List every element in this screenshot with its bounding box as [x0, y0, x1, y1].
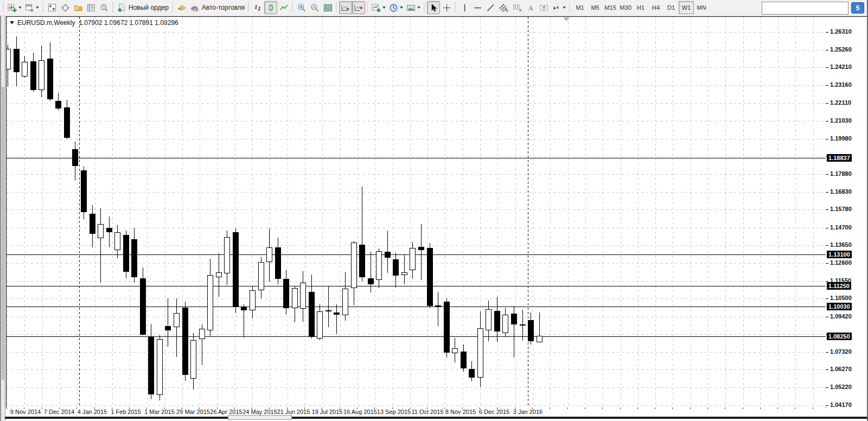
chart-shift-marker-icon	[563, 17, 570, 21]
trendline-button[interactable]	[484, 1, 497, 14]
candle-body	[435, 305, 441, 307]
candle-body	[502, 315, 508, 333]
periods-button[interactable]	[387, 1, 405, 14]
timeframe-h1-button[interactable]: H1	[633, 1, 648, 14]
toolbar-grip[interactable]	[247, 2, 250, 13]
price-axis-tick	[826, 174, 828, 175]
time-axis-label: 21 Jun 2015	[277, 409, 310, 415]
vertical-line-button[interactable]	[458, 1, 471, 14]
grid-line-vertical	[77, 17, 78, 407]
toolbar-grip[interactable]	[112, 2, 114, 13]
toolbar-grip[interactable]	[454, 2, 457, 13]
line-chart-button[interactable]	[277, 1, 290, 14]
data-window-button[interactable]	[59, 1, 72, 14]
chart-symbol-period: EURUSD.m,Weekly	[17, 19, 75, 27]
label-button[interactable]: T	[537, 1, 550, 14]
year-separator-line	[528, 17, 528, 407]
metaeditor-button[interactable]	[175, 1, 188, 14]
notifications-badge[interactable]: 5	[851, 2, 864, 14]
candle-body	[385, 252, 391, 258]
candles-chart-button[interactable]	[264, 1, 277, 14]
timeframe-group: M1M5M15M30H1H4D1W1MN	[572, 1, 709, 14]
grid-line-vertical	[795, 17, 796, 407]
grid-line-vertical	[147, 17, 148, 407]
time-scale[interactable]: 9 Nov 20147 Dec 20144 Jan 20151 Feb 2015…	[6, 407, 826, 417]
profiles-button[interactable]	[23, 1, 41, 14]
price-axis-label: 1.17880	[830, 170, 852, 177]
zoom-out-button[interactable]	[308, 1, 321, 14]
toolbar-grip[interactable]	[423, 2, 426, 13]
tile-windows-button[interactable]	[321, 1, 334, 14]
toolbar-grip[interactable]	[2, 2, 5, 13]
candle-body	[90, 214, 95, 234]
cursor-button[interactable]	[427, 1, 440, 14]
price-level-line	[7, 158, 826, 158]
toolbar-grip[interactable]	[171, 2, 174, 13]
line-chart-icon	[279, 3, 289, 12]
timeframe-m5-button[interactable]: M5	[588, 1, 603, 14]
toolbar-grip[interactable]	[569, 2, 571, 13]
timeframe-mn-button[interactable]: MN	[694, 1, 709, 14]
templates-button[interactable]	[405, 1, 422, 14]
time-axis-label: 11 Oct 2015	[411, 409, 443, 415]
trendline-icon	[486, 3, 495, 12]
candle-body	[250, 290, 256, 310]
bars-chart-button[interactable]	[251, 1, 264, 14]
grid-line-vertical	[235, 17, 235, 407]
candle-wick	[328, 286, 329, 327]
grid-line-vertical	[778, 17, 778, 407]
chart-shift-button[interactable]	[352, 1, 365, 14]
horizontal-line-button[interactable]	[471, 1, 484, 14]
toolbar-grip[interactable]	[291, 2, 294, 13]
crosshair-button[interactable]	[440, 1, 453, 14]
left-scrollbar-thumb[interactable]	[2, 87, 4, 380]
candle-body	[106, 228, 112, 232]
grid-line-vertical	[550, 17, 551, 407]
arrows-button[interactable]	[550, 1, 567, 14]
candle-body	[258, 262, 264, 290]
grid-line-vertical	[305, 17, 305, 407]
zoom-in-button[interactable]	[295, 1, 308, 14]
timeframe-h4-button[interactable]: H4	[648, 1, 663, 14]
channel-button[interactable]: E	[497, 1, 510, 14]
market-watch-button[interactable]	[46, 1, 59, 14]
timeframe-m1-button[interactable]: M1	[572, 1, 588, 14]
tester-icon	[100, 3, 109, 12]
tester-button[interactable]	[98, 1, 111, 14]
toolbar-grip[interactable]	[42, 2, 44, 13]
toolbar-grip[interactable]	[366, 2, 369, 13]
left-scrollbar[interactable]	[0, 16, 5, 421]
candle-body	[494, 311, 500, 331]
timeframe-m15-button[interactable]: M15	[603, 1, 618, 14]
toolbar-grip[interactable]	[335, 2, 338, 13]
chart-plot-area[interactable]: EURUSD.m,Weekly 1.07902 1.09672 1.07891 …	[6, 16, 826, 408]
price-scale[interactable]: 1.263101.252601.242101.231601.221101.210…	[826, 16, 868, 407]
candle-body	[241, 307, 247, 310]
candle-body	[452, 348, 458, 353]
new-chart-button[interactable]	[6, 1, 23, 14]
candle-body	[283, 279, 289, 308]
new-order-button[interactable]: Новый ордер	[116, 1, 170, 14]
terminal-button[interactable]	[85, 1, 98, 14]
price-axis-label: 1.05220	[830, 384, 852, 390]
timeframe-w1-button[interactable]: W1	[679, 1, 694, 14]
horizontal-scrollbar[interactable]	[5, 417, 867, 419]
horizontal-scrollbar-thumb[interactable]	[228, 415, 292, 420]
candle-body	[469, 369, 475, 378]
vertical-line-icon	[460, 3, 469, 12]
autoscroll-button[interactable]	[339, 1, 352, 14]
time-axis-tick	[602, 407, 603, 409]
autotrading-label: Авто-торговля	[202, 4, 245, 11]
data-window-icon	[61, 3, 70, 12]
price-level-line	[7, 286, 826, 286]
text-button[interactable]: A	[524, 1, 537, 14]
navigator-button[interactable]	[72, 1, 85, 14]
fibonacci-button[interactable]: F	[510, 1, 524, 14]
indicators-button[interactable]	[370, 1, 387, 14]
autotrading-button[interactable]: Авто-торговля	[188, 1, 246, 14]
grid-line-vertical	[673, 17, 673, 407]
timeframe-m30-button[interactable]: M30	[618, 1, 633, 14]
search-input[interactable]	[762, 3, 851, 13]
price-axis-label: 1.06270	[830, 366, 852, 372]
timeframe-d1-button[interactable]: D1	[663, 1, 679, 14]
